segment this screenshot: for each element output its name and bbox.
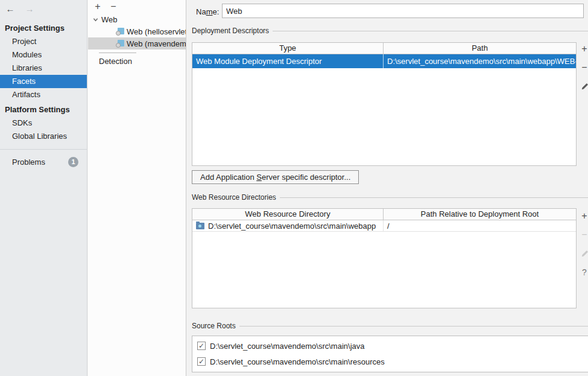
button-mnemonic: S (256, 173, 262, 182)
web-resource-directories-table: Web Resource Directory Path Relative to … (192, 208, 577, 308)
deployment-descriptors-section-label: Deployment Descriptors (192, 27, 588, 35)
button-text: Add Application (200, 173, 256, 182)
list-item: ✓ D:\servlet_course\mavendemo\src\main\r… (197, 355, 584, 368)
sidebar-item-global-libraries[interactable]: Global Libraries (0, 130, 87, 143)
list-item: ✓ D:\servlet_course\mavendemo\src\main\j… (197, 340, 584, 352)
source-root-path: D:\servlet_course\mavendemo\src\main\res… (210, 357, 385, 366)
facet-name-input[interactable] (222, 4, 584, 18)
web-facet-icon (116, 39, 125, 48)
tree-node-label: Web (101, 15, 118, 24)
sidebar-item-problems[interactable]: Problems 1 (0, 155, 87, 169)
sidebar-item-modules[interactable]: Modules (0, 48, 87, 62)
facets-tree-panel: + − Web Web (helloservlet) Web (mavendem… (88, 0, 186, 376)
sidebar-divider (0, 149, 87, 150)
problems-label: Problems (12, 158, 45, 167)
facet-editor-panel: Name: Deployment Descriptors Type Path W… (187, 0, 588, 376)
deployment-descriptors-toolbar: + − (578, 43, 588, 100)
sidebar-item-sdks[interactable]: SDKs (0, 116, 87, 130)
web-facet-icon (116, 27, 125, 36)
platform-settings-header: Platform Settings (0, 101, 87, 116)
column-header-web-resource-directory[interactable]: Web Resource Directory (192, 209, 383, 220)
add-facet-button[interactable]: + (93, 1, 103, 12)
column-header-path-relative[interactable]: Path Relative to Deployment Root (383, 209, 576, 220)
facets-tree-toolbar: + − (88, 0, 186, 13)
edit-descriptor-icon[interactable] (579, 81, 588, 92)
tree-divider (99, 53, 136, 53)
tree-item-detection[interactable]: Detection (88, 56, 186, 68)
button-text: erver specific descriptor... (262, 173, 350, 182)
name-label-mnemonic: m (206, 7, 213, 16)
name-label-text: e: (212, 7, 219, 16)
chevron-down-icon[interactable] (90, 17, 100, 22)
help-icon[interactable]: ? (579, 267, 588, 278)
add-descriptor-icon[interactable]: + (579, 43, 588, 54)
web-folder-icon (196, 223, 204, 229)
name-field-label: Name: (196, 7, 224, 16)
name-label-text: Na (196, 7, 206, 16)
source-root-checkbox-java[interactable]: ✓ (197, 342, 206, 350)
deployment-descriptors-header: Type Path (192, 43, 576, 54)
table-row[interactable]: D:\servlet_course\mavendemo\src\main\web… (192, 220, 576, 232)
web-resource-directories-section-label: Web Resource Directories (192, 193, 588, 202)
tree-node-label: Web (mavendemo) (127, 39, 186, 48)
source-root-path: D:\servlet_course\mavendemo\src\main\jav… (210, 342, 365, 351)
history-nav: ← → (0, 0, 87, 20)
sidebar-item-project[interactable]: Project (0, 35, 87, 48)
add-app-server-descriptor-button[interactable]: Add Application Server specific descript… (192, 170, 359, 184)
source-roots-section-label: Source Roots (192, 322, 588, 330)
tree-node-web-helloservlet[interactable]: Web (helloservlet) (88, 25, 186, 37)
source-root-checkbox-resources[interactable]: ✓ (197, 357, 206, 366)
add-web-resource-icon[interactable]: + (579, 211, 588, 221)
tree-node-web[interactable]: Web (88, 13, 186, 25)
forward-icon[interactable]: → (24, 4, 35, 14)
remove-descriptor-icon[interactable]: − (579, 62, 588, 73)
back-icon[interactable]: ← (5, 4, 16, 14)
source-roots-list: ✓ D:\servlet_course\mavendemo\src\main\j… (192, 336, 588, 372)
deployment-descriptors-table: Type Path Web Module Deployment Descript… (192, 42, 577, 166)
descriptor-type-cell: Web Module Deployment Descriptor (192, 54, 383, 68)
table-row[interactable]: Web Module Deployment Descriptor D:\serv… (192, 54, 576, 68)
web-resource-directory-cell: D:\servlet_course\mavendemo\src\main\web… (192, 220, 383, 231)
settings-sidebar: ← → Project Settings Project Modules Lib… (0, 0, 87, 376)
sidebar-item-artifacts[interactable]: Artifacts (0, 88, 87, 101)
web-resource-directories-toolbar: + − ? (578, 211, 588, 285)
directory-path-text: D:\servlet_course\mavendemo\src\main\web… (208, 221, 376, 231)
column-header-type[interactable]: Type (192, 43, 383, 54)
sidebar-item-facets[interactable]: Facets (0, 75, 87, 88)
remove-facet-button[interactable]: − (109, 1, 118, 12)
relative-path-cell: / (383, 220, 576, 231)
tree-node-label: Web (helloservlet) (127, 27, 186, 36)
column-header-path[interactable]: Path (383, 43, 576, 54)
problems-count-badge: 1 (68, 157, 78, 167)
remove-web-resource-icon: − (579, 229, 588, 240)
edit-web-resource-icon (579, 248, 588, 259)
sidebar-item-libraries[interactable]: Libraries (0, 62, 87, 75)
web-resource-directories-header: Web Resource Directory Path Relative to … (192, 209, 576, 220)
project-settings-header: Project Settings (0, 20, 87, 35)
tree-node-web-mavendemo[interactable]: Web (mavendemo) (88, 37, 186, 49)
descriptor-path-cell: D:\servlet_course\mavendemo\src\main\web… (383, 54, 576, 68)
